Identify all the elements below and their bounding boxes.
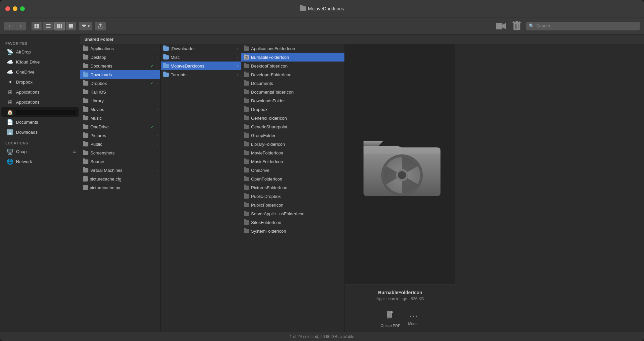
list-item[interactable]: PublicFolderIcon	[241, 201, 344, 209]
sidebar-item-applications1[interactable]: ⊞ Applications	[1, 87, 79, 97]
list-item[interactable]: DocumentsFolderIcon	[241, 88, 344, 96]
more-button[interactable]: ··· More...	[408, 311, 419, 328]
folder-icon	[244, 46, 249, 51]
trash-icon[interactable]	[510, 19, 524, 33]
search-bar[interactable]: 🔍	[526, 22, 640, 30]
svg-rect-6	[46, 27, 51, 28]
list-item[interactable]: Public-Dropbox	[241, 192, 344, 201]
title-bar: MojaveDarkIcons	[0, 0, 644, 17]
list-item[interactable]: ServerApplic...nsFolderIcon	[241, 209, 344, 218]
column-view-button[interactable]	[54, 22, 65, 30]
folder-icon	[83, 64, 88, 68]
forward-button[interactable]: ›	[15, 22, 26, 30]
sidebar-label-applications2: Applications	[16, 100, 76, 105]
maximize-button[interactable]	[20, 6, 25, 11]
sidebar-label-onedrive: OneDrive	[16, 70, 76, 75]
sidebar-item-downloads[interactable]: ⬇️ Downloads	[1, 127, 79, 137]
svg-rect-5	[46, 26, 51, 26]
list-item[interactable]: Dropbox ✓ ›	[80, 79, 160, 88]
folder-icon	[244, 220, 249, 225]
folder-icon	[163, 73, 169, 77]
share-button[interactable]	[95, 22, 106, 30]
sort-button[interactable]: ▾	[79, 22, 92, 30]
list-item[interactable]: DownloadsFolder	[241, 96, 344, 105]
list-item[interactable]: Misc ›	[161, 53, 241, 62]
list-item[interactable]: Source ›	[80, 157, 160, 166]
list-item[interactable]: OneDrive ✓ ›	[80, 122, 160, 131]
chevron-right-icon: ›	[157, 142, 158, 146]
list-view-button[interactable]	[43, 22, 54, 30]
chevron-right-icon: ›	[157, 134, 158, 137]
chevron-right-icon: ›	[157, 160, 158, 163]
list-item[interactable]: Dropbox	[241, 105, 344, 114]
list-item[interactable]: MusicFolderIcon	[241, 157, 344, 166]
create-pdf-button[interactable]: PDF Create PDF	[381, 311, 400, 328]
folder-icon	[244, 107, 249, 112]
minimize-button[interactable]	[13, 6, 17, 11]
list-item[interactable]: OneDrive	[241, 166, 344, 175]
list-item[interactable]: ApplicationsFolderIcon	[241, 44, 344, 53]
list-item[interactable]: Torrents ›	[161, 70, 241, 79]
list-item[interactable]: SystemFolderIcon	[241, 227, 344, 235]
list-item[interactable]: picturecache.cfg	[80, 175, 160, 183]
list-item[interactable]: LibraryFolderIcon	[241, 140, 344, 148]
list-item[interactable]: Library ›	[80, 96, 160, 105]
gallery-view-button[interactable]	[66, 22, 76, 30]
sidebar-item-documents[interactable]: 📄 Documents	[1, 117, 79, 127]
search-icon: 🔍	[529, 23, 534, 28]
content-area: Shared Folder Applications ›	[80, 35, 644, 332]
sidebar-label-network: Network	[16, 159, 76, 164]
list-item[interactable]: GenericFolderIcon	[241, 114, 344, 122]
grid-view-button[interactable]	[31, 22, 42, 30]
list-item[interactable]: DeveloperFolderIcon	[241, 70, 344, 79]
list-item[interactable]: Screenshots ›	[80, 148, 160, 157]
sidebar-item-dropbox[interactable]: ✦ Dropbox	[1, 77, 79, 87]
folder-icon	[244, 116, 249, 120]
sync-check-icon: ✓	[151, 124, 154, 129]
search-input[interactable]	[536, 23, 637, 28]
sidebar-item-airdrop[interactable]: 📡 AirDrop	[1, 47, 79, 57]
folder-icon	[83, 151, 88, 155]
back-button[interactable]: ‹	[4, 22, 15, 30]
list-item[interactable]: jDownloader ›	[161, 44, 241, 53]
list-item[interactable]: SitesFolderIcon	[241, 218, 344, 227]
list-item[interactable]: Desktop ›	[80, 53, 160, 62]
list-item[interactable]: Virtual Machines ›	[80, 166, 160, 175]
list-item[interactable]: picturecache.py	[80, 183, 160, 192]
list-item[interactable]: Applications ›	[80, 44, 160, 53]
airdrop-icon: 📡	[7, 49, 13, 55]
list-item[interactable]: GenericSharepoint	[241, 122, 344, 131]
list-item[interactable]: BurnableFolderIcon	[241, 53, 344, 62]
chevron-right-icon: ›	[157, 47, 158, 50]
sidebar-label-documents: Documents	[16, 120, 76, 125]
list-item[interactable]: Documents	[241, 79, 344, 88]
list-item[interactable]: Public ›	[80, 140, 160, 148]
folder-icon	[244, 159, 249, 164]
column-list-1: Applications › Desktop › Documents	[80, 44, 160, 332]
list-item[interactable]: Music ›	[80, 114, 160, 122]
sidebar-item-icloud[interactable]: ☁️ iCloud Drive	[1, 57, 79, 67]
folder-icon	[244, 133, 249, 138]
sidebar-item-home[interactable]: 🏠	[1, 107, 79, 117]
eject-icon[interactable]: ⏏	[72, 149, 76, 154]
sidebar-item-applications2[interactable]: ⊞ Applications	[1, 97, 79, 107]
sidebar-item-qnap[interactable]: 🖥️ Qnap ⏏	[1, 146, 79, 156]
folder-icon	[83, 99, 88, 103]
list-item[interactable]: Movies ›	[80, 105, 160, 114]
list-item[interactable]: Downloads ›	[80, 70, 160, 79]
list-item[interactable]: GroupFolder	[241, 131, 344, 140]
list-item[interactable]: DesktopFolderIcon	[241, 62, 344, 70]
list-item[interactable]: MojaveDarkIcons ›	[161, 62, 241, 70]
list-item[interactable]: OpenFolderIcon	[241, 175, 344, 183]
sidebar-label-qnap: Qnap	[16, 149, 70, 154]
list-item[interactable]: MovieFolderIcon	[241, 148, 344, 157]
list-item[interactable]: PicturesFolderIcon	[241, 183, 344, 192]
window-title: MojaveDarkIcons	[308, 6, 344, 11]
close-button[interactable]	[5, 6, 10, 11]
list-item[interactable]: Kali iOS ›	[80, 88, 160, 96]
list-item[interactable]: Pictures ›	[80, 131, 160, 140]
svg-rect-8	[59, 24, 60, 28]
list-item[interactable]: Documents ✓ ›	[80, 62, 160, 70]
sidebar-item-network[interactable]: 🌐 Network	[1, 156, 79, 166]
sidebar-item-onedrive[interactable]: ☁️ OneDrive	[1, 67, 79, 77]
